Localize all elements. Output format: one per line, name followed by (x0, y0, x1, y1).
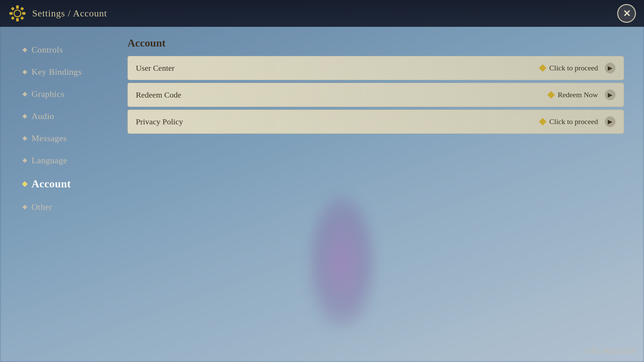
privacy-policy-action-text: Click to proceed (549, 117, 598, 126)
sidebar-label: Controls (32, 45, 63, 55)
bullet-icon (23, 114, 27, 118)
sidebar-label: Other (32, 202, 52, 212)
svg-rect-8 (20, 16, 24, 20)
sidebar-item-graphics[interactable]: Graphics (20, 84, 107, 104)
svg-rect-4 (22, 12, 25, 15)
gear-icon (8, 4, 27, 23)
redeem-code-action: Redeem Now ▶ (548, 89, 615, 100)
svg-rect-2 (16, 18, 19, 21)
sidebar-label: Language (32, 156, 67, 166)
svg-rect-6 (20, 7, 24, 10)
svg-rect-7 (11, 16, 14, 20)
chevron-right-icon: ▶ (605, 63, 615, 73)
row-diamond-icon (539, 118, 546, 126)
redeem-code-label: Redeem Code (136, 90, 548, 100)
sidebar-item-key-bindings[interactable]: Key Bindings (20, 62, 107, 82)
row-diamond-icon (539, 64, 546, 72)
sidebar: Controls Key Bindings Graphics Audio Mes… (0, 27, 107, 362)
sidebar-label: Key Bindings (32, 67, 82, 77)
bullet-icon (23, 48, 27, 52)
svg-point-0 (14, 10, 21, 17)
privacy-policy-label: Privacy Policy (136, 117, 540, 126)
bullet-icon (23, 205, 27, 209)
redeem-code-action-text: Redeem Now (558, 90, 598, 99)
breadcrumb: Settings / Account (32, 8, 107, 19)
section-title: Account (127, 37, 624, 49)
svg-rect-1 (16, 5, 19, 9)
bullet-icon (23, 70, 27, 74)
privacy-policy-action: Click to proceed ▶ (540, 116, 615, 127)
uid-display: UID: 802823820 (586, 347, 636, 355)
sidebar-item-audio[interactable]: Audio (20, 107, 107, 126)
sidebar-item-messages[interactable]: Messages (20, 129, 107, 148)
topbar: Settings / Account ✕ (0, 0, 644, 27)
sidebar-label: Audio (32, 111, 54, 121)
user-center-action-text: Click to proceed (549, 64, 598, 72)
close-icon: ✕ (623, 8, 631, 19)
content-panel: Account User Center Click to proceed ▶ R… (107, 27, 644, 362)
sidebar-item-controls[interactable]: Controls (20, 40, 107, 60)
redeem-code-row[interactable]: Redeem Code Redeem Now ▶ (127, 83, 624, 107)
main-area: Controls Key Bindings Graphics Audio Mes… (0, 27, 644, 362)
bullet-icon (23, 159, 27, 163)
svg-rect-3 (9, 12, 13, 15)
close-button[interactable]: ✕ (617, 4, 636, 23)
row-diamond-icon (547, 91, 555, 99)
privacy-policy-row[interactable]: Privacy Policy Click to proceed ▶ (127, 110, 624, 134)
active-bullet-icon (23, 182, 27, 186)
user-center-action: Click to proceed ▶ (540, 63, 615, 73)
sidebar-item-language[interactable]: Language (20, 151, 107, 170)
chevron-right-icon: ▶ (605, 89, 615, 100)
svg-rect-5 (11, 7, 14, 10)
bullet-icon (23, 136, 27, 140)
sidebar-label: Account (32, 178, 71, 190)
user-center-row[interactable]: User Center Click to proceed ▶ (127, 56, 624, 80)
sidebar-item-other[interactable]: Other (20, 197, 107, 217)
sidebar-label: Graphics (32, 89, 64, 99)
chevron-right-icon: ▶ (605, 116, 615, 127)
sidebar-item-account[interactable]: Account (20, 173, 107, 195)
bullet-icon (23, 92, 27, 96)
user-center-label: User Center (136, 64, 540, 73)
sidebar-label: Messages (32, 133, 67, 143)
